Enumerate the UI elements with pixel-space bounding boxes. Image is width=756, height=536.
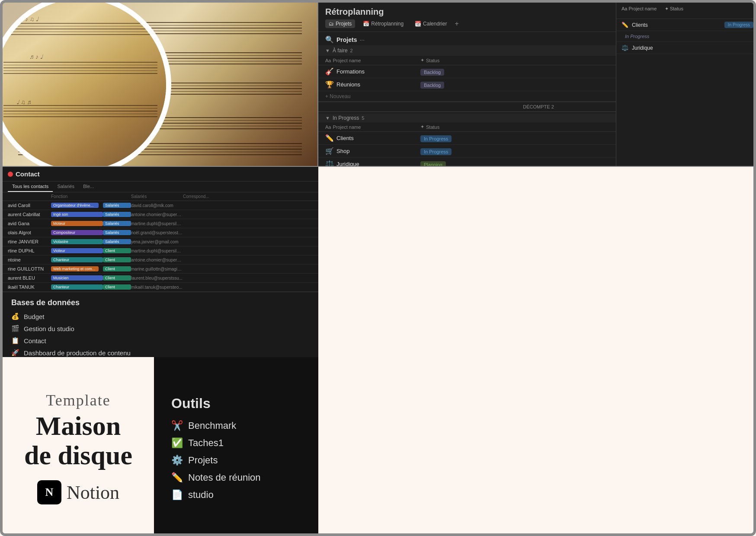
studio-icon-list: 📄 bbox=[171, 489, 183, 501]
contact-type-5: Salariés bbox=[103, 239, 131, 244]
tab-projets[interactable]: 🗂 Projets bbox=[325, 19, 355, 28]
formations-status: Backlog bbox=[420, 69, 444, 76]
reunions-icon: 🏆 bbox=[325, 80, 334, 89]
notes-icon: ✏️ bbox=[171, 472, 183, 483]
contact-row[interactable]: aurent Cabrillat Ingé son Salariés antoi… bbox=[3, 210, 318, 219]
contact-email-3: martine.duphl@supersileas... bbox=[131, 221, 183, 226]
contact-role-8: Web marketing et com... bbox=[51, 266, 99, 271]
bases-title: Bases de données bbox=[11, 298, 310, 307]
music-photo-panel: ♩ ♪ ♫ ♬ ♩ ♪ ♩ ♫ ♬ ♩ ♪ ♩ ♫ bbox=[3, 3, 318, 167]
contact-role-10: Chanteur bbox=[51, 284, 103, 290]
contact-name-10: ikaël TANUK bbox=[8, 284, 51, 290]
formations-icon: 🎸 bbox=[325, 67, 334, 76]
strip-row-clients: ✏️ Clients In Progress bbox=[616, 19, 756, 31]
contact-panel: Contact Tous les contacts Salariés Ble..… bbox=[3, 167, 318, 357]
strip-row-juridique: ⚖️ Juridique bbox=[616, 42, 756, 54]
bases-item-contact: 📋 Contact bbox=[11, 337, 310, 345]
contact-tab-ble[interactable]: Ble... bbox=[79, 182, 98, 192]
contact-row[interactable]: aurent BLEU Musicien Client laurent.bleu… bbox=[3, 274, 318, 283]
contact-tab-all[interactable]: Tous les contacts bbox=[8, 182, 53, 192]
dashboard-icon: 🚀 bbox=[11, 349, 19, 357]
cal-tab-label: Calendrier bbox=[423, 21, 447, 27]
contact-role-2: Ingé son bbox=[51, 212, 103, 217]
contact-email-7: antoine.chomier@superst... bbox=[131, 258, 183, 262]
contact-row[interactable]: rine GUILLOTTN Web marketing et com... C… bbox=[3, 265, 318, 274]
contact-name-1: avid Caroll bbox=[8, 203, 51, 208]
contact-role-4: Compositeur bbox=[51, 230, 103, 235]
contact-role-5: Violastre bbox=[51, 239, 103, 244]
bases-item-budget: 💰 Budget bbox=[11, 313, 310, 320]
contact-row[interactable]: olais Algrot Compositeur Salariés noël.g… bbox=[3, 228, 318, 237]
tab-retroplanning[interactable]: 📅 Rétroplanning bbox=[359, 19, 407, 28]
retroplanning-panel: Rétroplanning 🗂 Projets 📅 Rétroplanning … bbox=[318, 3, 756, 167]
outils-panel: Outils ✂️ Benchmark ✅ Taches1 ⚙️ Projets bbox=[154, 357, 318, 536]
contact-row[interactable]: ikaël TANUK Chanteur Client mikaël.tanuk… bbox=[3, 283, 318, 292]
contact-name-9: aurent BLEU bbox=[8, 275, 51, 281]
main-title: Maison de disque bbox=[20, 411, 137, 470]
outils-item-projets: ⚙️ Projets bbox=[171, 455, 301, 466]
ip-col-header-status: ✦Status bbox=[420, 124, 477, 130]
projets-section-title: Projets bbox=[336, 36, 357, 43]
contact-email-1: david.caroll@mlk.com bbox=[131, 203, 183, 208]
notion-icon: N bbox=[37, 480, 61, 504]
contact-type-8: Client bbox=[103, 266, 131, 271]
contact-email-9: laurent.bleu@superstssu... bbox=[131, 276, 183, 281]
afaire-collapse[interactable]: ▼ bbox=[325, 48, 330, 53]
contact-row[interactable]: avid Gana Moteur Salariés martine.duphl@… bbox=[3, 219, 318, 228]
ct-col-fonction: Fonction bbox=[51, 194, 103, 199]
col-header-name: AaProject name bbox=[325, 57, 420, 63]
contact-role-9: Musicien bbox=[51, 275, 103, 281]
contact-row[interactable]: ntoine Chanteur Client antoine.chomier@s… bbox=[3, 255, 318, 265]
contact-row[interactable]: rtine DUPHL Violeur Client martine.duphl… bbox=[3, 246, 318, 255]
contact-name-8: rine GUILLOTTN bbox=[8, 266, 51, 271]
outils-item-taches: ✅ Taches1 bbox=[171, 437, 301, 449]
ct-col-name bbox=[8, 194, 51, 199]
contact-red-dot bbox=[8, 172, 13, 177]
proj-shop-name: 🛒 Shop bbox=[325, 147, 420, 155]
inprogress-label: In Progress bbox=[333, 115, 359, 121]
contact-name-6: rtine DUPHL bbox=[8, 248, 51, 253]
shop-icon: 🛒 bbox=[325, 147, 334, 155]
notion-badge: N Notion bbox=[37, 480, 119, 504]
proj-juridique-name: ⚖️ Juridique bbox=[325, 160, 420, 167]
projets-tab-icon: 🗂 bbox=[329, 21, 334, 27]
proj-formations-name: 🎸 Formations bbox=[325, 67, 420, 76]
contact-email-8: marine.guillottn@simagio... bbox=[131, 267, 183, 271]
notion-text: Notion bbox=[67, 482, 119, 504]
contact-type-6: Client bbox=[103, 248, 131, 253]
contact-name-3: avid Gana bbox=[8, 221, 51, 226]
contact-row[interactable]: rtine JANVIER Violastre Salariés yena.ja… bbox=[3, 237, 318, 246]
contact-email-4: noël.grand@supersteostu... bbox=[131, 230, 183, 235]
projets-list-icon: ⚙️ bbox=[171, 455, 183, 466]
tab-calendrier[interactable]: 📆 Calendrier bbox=[411, 19, 450, 28]
ct-col-empty bbox=[103, 194, 131, 199]
contact-type-1: Salariés bbox=[103, 203, 131, 208]
proj-clients-name: ✏️ Clients bbox=[325, 134, 420, 142]
add-tab-button[interactable]: + bbox=[455, 20, 458, 28]
circle-overlay: ♩ ♪ ♫ ♩ ♬ ♪ ♩ ♩ ♫ ♬ bbox=[3, 3, 171, 167]
contact-email-6: martine.duphl@supersileas... bbox=[131, 249, 183, 253]
clients-status: In Progress bbox=[420, 135, 452, 142]
cal-tab-icon: 📆 bbox=[415, 21, 421, 27]
budget-icon: 💰 bbox=[11, 313, 19, 320]
taches-icon: ✅ bbox=[171, 437, 183, 449]
contact-name-5: rtine JANVIER bbox=[8, 239, 51, 244]
outils-item-studio: 📄 studio bbox=[171, 489, 301, 501]
col-header-status: ✦Status bbox=[420, 57, 477, 63]
inprogress-collapse[interactable]: ▼ bbox=[325, 115, 330, 121]
contact-email-10: mikaël.tanuk@supersteo... bbox=[131, 285, 183, 290]
reunions-status: Backlog bbox=[420, 82, 444, 89]
contact-tab-salaries[interactable]: Salariés bbox=[53, 182, 79, 192]
proj-reunions-name: 🏆 Réunions bbox=[325, 80, 420, 89]
contact-row[interactable]: avid Caroll Organisateur d'évène... Sala… bbox=[3, 201, 318, 210]
contact-role-3: Moteur bbox=[51, 221, 103, 226]
contact-type-2: Salariés bbox=[103, 212, 131, 217]
clients-icon: ✏️ bbox=[325, 134, 334, 142]
projets-tab-label: Projets bbox=[336, 21, 352, 27]
afaire-count: 2 bbox=[350, 48, 353, 53]
contact-name-4: olais Algrot bbox=[8, 230, 51, 235]
template-label: Template bbox=[46, 391, 110, 409]
right-strip-panel: Aa Project name ✦ Status ✏️ Clients In P… bbox=[616, 3, 756, 166]
contact-name-7: ntoine bbox=[8, 257, 51, 262]
juridique-icon: ⚖️ bbox=[325, 160, 334, 167]
